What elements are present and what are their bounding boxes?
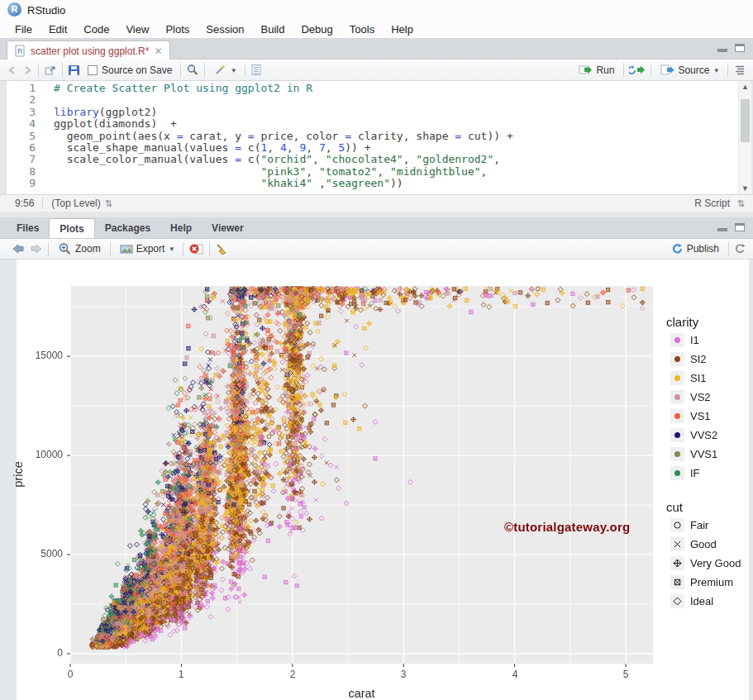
tab-packages[interactable]: Packages [95, 218, 160, 238]
export-label: Export [136, 243, 165, 255]
menu-session[interactable]: Session [198, 21, 252, 37]
legend-item-si1: SI1 [670, 371, 752, 385]
scroll-down-icon[interactable]: ▼ [739, 184, 751, 193]
editor-tab[interactable]: R scatter plot using ggplot.R* ✕ [7, 40, 170, 60]
save-icon[interactable] [68, 64, 80, 76]
find-icon[interactable] [186, 64, 199, 76]
zoom-plot-button[interactable]: Zoom [54, 240, 105, 257]
menu-plots[interactable]: Plots [157, 21, 198, 37]
legend-item-vs2: VS2 [670, 390, 752, 404]
menu-file[interactable]: File [7, 21, 41, 37]
code-tools-icon[interactable]: ▾ [210, 62, 240, 78]
clarity-key-dot [674, 451, 680, 457]
tab-close-icon[interactable]: ✕ [154, 46, 162, 56]
editor-toolbar: Source on Save ▾ Run [0, 60, 753, 81]
legend-item-good: Good [670, 537, 752, 551]
legend-label: SI1 [690, 372, 707, 384]
editor-tab-title: scatter plot using ggplot.R* [31, 45, 149, 57]
scope-selector[interactable]: (Top Level) [51, 198, 100, 209]
cut-key-diamond-plus-icon [670, 556, 684, 570]
clarity-key-dot [674, 413, 680, 419]
tab-files[interactable]: Files [7, 218, 49, 238]
tab-help[interactable]: Help [160, 218, 202, 238]
legend-item-i1: I1 [670, 333, 752, 347]
publish-label: Publish [687, 243, 719, 255]
legend-label: I1 [690, 334, 699, 346]
legend-item-ideal: Ideal [670, 594, 752, 608]
filetype-updown-icon: ⇅ [737, 198, 745, 209]
clarity-key-dot [674, 394, 680, 400]
export-plot-button[interactable]: Export ▾ [116, 241, 178, 256]
legend-label: Ideal [690, 595, 713, 607]
nav-back-icon[interactable] [7, 64, 18, 76]
code-editor[interactable]: 123456789 # Create Scatter Plot using gg… [7, 81, 738, 194]
scroll-up-icon[interactable]: ▲ [739, 83, 751, 91]
tab-plots[interactable]: Plots [49, 218, 94, 238]
x-axis-title: carat [328, 687, 395, 700]
plots-toolbar: Zoom Export ▾ Publish [0, 239, 753, 260]
rstudio-logo-icon: R [7, 2, 21, 17]
popout-icon[interactable] [44, 64, 57, 76]
y-axis-title: price [12, 450, 25, 499]
run-label: Run [596, 64, 614, 76]
line-number-gutter: 123456789 [7, 83, 43, 190]
source-button[interactable]: Source ▾ [656, 63, 722, 78]
remove-plot-icon[interactable] [188, 243, 204, 255]
legend-item-very-good: Very Good [670, 556, 752, 570]
document-outline-icon[interactable] [733, 64, 746, 75]
minimize-pane-icon[interactable] [717, 44, 727, 52]
refresh-plot-icon[interactable] [734, 243, 746, 255]
compile-report-icon[interactable] [250, 64, 263, 76]
next-plot-icon[interactable] [30, 243, 43, 255]
maximize-pane-icon[interactable] [735, 44, 745, 52]
menu-help[interactable]: Help [383, 21, 422, 37]
legend-item-vs1: VS1 [670, 409, 752, 423]
legend-item-vvs2: VVS2 [670, 428, 752, 442]
legend-label: SI2 [690, 353, 707, 365]
legend-item-if: IF [670, 466, 752, 480]
clarity-key-dot [674, 470, 680, 476]
legend-item-fair: Fair [670, 518, 752, 532]
menu-code[interactable]: Code [75, 21, 117, 37]
minimize-pane-icon[interactable] [717, 223, 727, 231]
clarity-key-dot [674, 356, 680, 362]
publish-button[interactable]: Publish [667, 241, 723, 256]
scrollbar-thumb[interactable] [741, 99, 750, 142]
previous-plot-icon[interactable] [12, 243, 25, 255]
clear-all-plots-icon[interactable] [215, 243, 228, 255]
menu-bar: File Edit Code View Plots Session Build … [0, 20, 753, 38]
menu-build[interactable]: Build [253, 21, 293, 37]
legend-item-vvs1: VVS1 [670, 447, 752, 461]
cut-key-square-x-icon [670, 575, 684, 589]
clarity-key-dot [674, 337, 680, 343]
tab-viewer[interactable]: Viewer [202, 218, 253, 238]
legend-item-premium: Premium [670, 575, 752, 589]
r-file-icon: R [15, 45, 26, 57]
plots-pane-tab-strip: Files Plots Packages Help Viewer [0, 217, 753, 239]
svg-text:R: R [17, 47, 23, 55]
cut-key-circle-icon [670, 518, 684, 532]
nav-forward-icon[interactable] [21, 64, 33, 76]
filetype-selector[interactable]: R Script [694, 198, 730, 209]
rerun-icon[interactable] [629, 64, 646, 75]
legend-label: IF [690, 467, 700, 479]
editor-scrollbar[interactable]: ▲ ▼ [739, 81, 751, 194]
menu-edit[interactable]: Edit [41, 21, 75, 37]
source-label: Source [678, 64, 709, 76]
maximize-pane-icon[interactable] [735, 223, 745, 231]
clarity-legend: clarity I1 SI2 SI1 VS2 VS1 VVS2 [666, 315, 752, 485]
menu-debug[interactable]: Debug [293, 21, 341, 37]
rstudio-window: R RStudio File Edit Code View Plots Sess… [0, 0, 753, 700]
legend-label: VS2 [690, 391, 711, 403]
run-button[interactable]: Run [574, 63, 618, 78]
x-tick: 3 [401, 669, 407, 680]
editor-status-bar: 9:56 (Top Level) ⇅ R Script ⇅ [0, 194, 753, 212]
menu-tools[interactable]: Tools [341, 21, 383, 37]
menu-view[interactable]: View [117, 21, 157, 37]
x-tick: 4 [512, 669, 518, 680]
x-tick: 0 [68, 669, 74, 680]
x-tick: 1 [179, 669, 184, 680]
cut-key-diamond-icon [670, 594, 684, 608]
source-on-save-checkbox[interactable] [88, 65, 98, 75]
x-tick: 2 [290, 669, 296, 680]
